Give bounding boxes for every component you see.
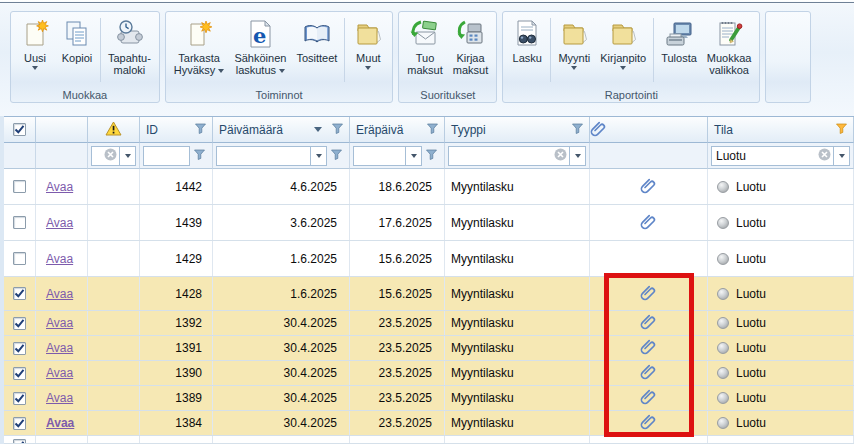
column-header-date[interactable]: Päivämäärä (213, 117, 350, 143)
tarkasta-hyvaksy-button[interactable]: TarkastaHyväksy (169, 15, 230, 86)
row-checkbox[interactable] (13, 216, 26, 229)
lasku-button[interactable]: Lasku (506, 15, 548, 86)
ribbon-group-empty (765, 11, 811, 103)
open-invoice-link[interactable]: Avaa (36, 216, 73, 230)
cell-clip (590, 386, 708, 410)
cell-clip (590, 361, 708, 385)
open-invoice-link[interactable]: Avaa (36, 366, 73, 380)
select-all-checkbox[interactable] (13, 123, 26, 136)
cell-id: 1429 (140, 241, 213, 276)
button-label: Myynti (558, 52, 590, 64)
kirjaa-maksut-button[interactable]: Kirjaamaksut (448, 15, 493, 86)
filter-editor-type[interactable] (448, 146, 586, 166)
dropdown-button[interactable] (405, 147, 421, 165)
filter-funnel-icon[interactable] (572, 123, 583, 137)
cell-type: Myyntilasku (445, 169, 590, 204)
filter-value[interactable]: Luotu (712, 149, 818, 163)
dropdown-button[interactable] (833, 147, 849, 165)
row-checkbox[interactable] (13, 252, 26, 265)
status-indicator-icon (717, 253, 729, 265)
folder-icon (352, 18, 384, 50)
muokkaa-valikkoa-button[interactable]: Muokkaavalikkoa (702, 15, 757, 86)
row-checkbox[interactable] (13, 287, 26, 300)
filter-funnel-icon-active[interactable] (836, 123, 847, 137)
attachment-paperclip-icon[interactable] (640, 284, 657, 304)
column-header-status[interactable]: Tila (708, 117, 854, 143)
open-invoice-link[interactable]: Avaa (36, 316, 73, 330)
column-header-open[interactable] (36, 117, 88, 143)
attachment-paperclip-icon[interactable] (640, 213, 657, 233)
tositteet-button[interactable]: Tositteet (291, 15, 342, 86)
button-label: Uusi (24, 52, 46, 64)
warning-icon (105, 121, 122, 139)
filter-editor-date[interactable] (216, 146, 327, 166)
open-invoice-link[interactable]: Avaa (36, 252, 73, 266)
column-header-type[interactable]: Tyyppi (445, 117, 590, 143)
myynti-button[interactable]: Myynti (553, 15, 595, 86)
chevron-down-icon (411, 154, 417, 158)
cell-open: Avaa (36, 311, 88, 335)
dropdown-button[interactable] (310, 147, 326, 165)
status-indicator-icon (717, 367, 729, 379)
status-value: Luotu (736, 287, 766, 301)
attachment-paperclip-icon[interactable] (640, 388, 657, 408)
attachment-paperclip-icon[interactable] (640, 313, 657, 333)
clear-filter-icon[interactable] (818, 148, 831, 164)
due-value: 23.5.2025 (379, 341, 432, 355)
sahkoinen-laskutus-button[interactable]: eSähköinenlaskutus (229, 15, 291, 86)
open-invoice-link[interactable]: Avaa (36, 341, 73, 355)
filter-editor-id[interactable] (143, 146, 190, 166)
clear-filter-icon[interactable] (104, 148, 117, 164)
row-checkbox[interactable] (13, 180, 26, 193)
dropdown-button[interactable] (119, 147, 135, 165)
row-checkbox[interactable] (13, 342, 26, 355)
attachment-paperclip-icon[interactable] (640, 338, 657, 358)
cell-type: Myyntilasku (445, 205, 590, 240)
open-invoice-link[interactable]: Avaa (36, 287, 73, 301)
muut-button[interactable]: Muut (347, 15, 389, 86)
partial-row (4, 436, 854, 444)
row-checkbox[interactable] (13, 439, 26, 443)
filter-editor-due[interactable] (353, 146, 422, 166)
kirjanpito-button[interactable]: Kirjanpito (595, 15, 651, 86)
dropdown-button[interactable] (569, 147, 585, 165)
column-header-due[interactable]: Eräpäivä (350, 117, 445, 143)
attachment-paperclip-icon[interactable] (640, 363, 657, 383)
row-checkbox[interactable] (13, 392, 26, 405)
uusi-button[interactable]: Uusi (14, 15, 56, 86)
cell-open: Avaa (36, 241, 88, 276)
cell-id: 1439 (140, 205, 213, 240)
open-invoice-link[interactable]: Avaa (36, 391, 73, 405)
tuo-maksut-button[interactable]: Tuomaksut (402, 15, 447, 86)
kopioi-button[interactable]: Kopioi (56, 15, 98, 86)
attachment-paperclip-icon[interactable] (640, 177, 657, 197)
invoice-row-1442: Avaa14424.6.202518.6.2025MyyntilaskuLuot… (4, 169, 854, 205)
filter-editor-status[interactable]: Luotu (711, 146, 850, 166)
tulosta-button[interactable]: Tulosta (656, 15, 702, 86)
open-invoice-link[interactable]: Avaa (36, 416, 74, 430)
column-header-id[interactable]: ID (140, 117, 213, 143)
open-invoice-link[interactable]: Avaa (36, 180, 73, 194)
filter-funnel-icon[interactable] (195, 123, 206, 137)
column-header-check[interactable] (4, 117, 36, 143)
row-checkbox[interactable] (13, 317, 26, 330)
filter-funnel-icon[interactable] (426, 149, 437, 163)
column-header-clip[interactable] (590, 117, 708, 143)
filter-cell-check (4, 143, 36, 169)
tapahtumaloki-button[interactable]: Tapahtu-maloki (103, 15, 156, 86)
filter-funnel-icon[interactable] (332, 123, 343, 137)
row-checkbox[interactable] (13, 417, 26, 430)
column-header-warn[interactable] (88, 117, 140, 143)
cell-status: Luotu (708, 169, 854, 204)
folder-icon (607, 18, 639, 50)
filter-editor-warn[interactable] (91, 146, 136, 166)
filter-funnel-icon[interactable] (331, 149, 342, 163)
cell-date (213, 436, 350, 443)
filter-funnel-icon[interactable] (427, 123, 438, 137)
attachment-paperclip-icon[interactable] (640, 413, 657, 433)
ribbon-group-label: Raportointi (503, 89, 759, 101)
filter-funnel-icon[interactable] (194, 149, 205, 163)
clear-filter-icon[interactable] (554, 148, 567, 164)
row-checkbox[interactable] (13, 367, 26, 380)
cell-type: Myyntilasku (445, 361, 590, 385)
